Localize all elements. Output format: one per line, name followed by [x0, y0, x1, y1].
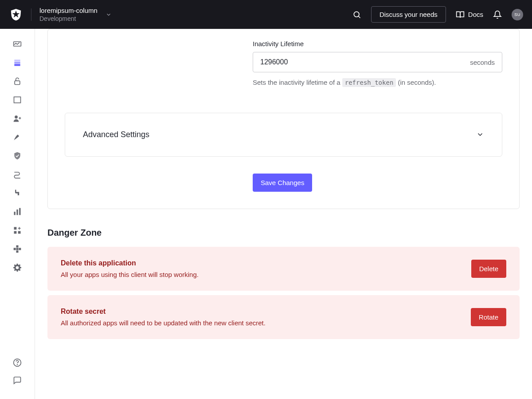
- tenant-switcher[interactable]: loremipsum-column Development: [39, 7, 352, 22]
- svg-point-0: [354, 12, 359, 17]
- docs-label: Docs: [468, 11, 483, 18]
- nav-monitoring[interactable]: [8, 205, 26, 219]
- chevron-down-icon: [106, 12, 112, 18]
- inactivity-help: Sets the inactivity lifetime of a refres…: [253, 78, 502, 88]
- svg-point-31: [17, 364, 18, 365]
- advanced-label: Advanced Settings: [83, 130, 149, 139]
- nav-authentication[interactable]: [8, 74, 26, 88]
- inactivity-label: Inactivity Lifetime: [253, 40, 502, 47]
- nav-feedback[interactable]: [8, 373, 26, 387]
- save-button[interactable]: Save Changes: [253, 174, 312, 192]
- nav-branding[interactable]: [8, 130, 26, 144]
- docs-link[interactable]: Docs: [456, 10, 483, 19]
- inactivity-input-wrap[interactable]: seconds: [253, 52, 502, 72]
- sidebar-nav: [0, 29, 35, 399]
- settings-card: Inactivity Lifetime seconds Sets the ina…: [47, 29, 520, 209]
- nav-applications[interactable]: [8, 55, 26, 70]
- svg-rect-25: [16, 245, 19, 248]
- svg-rect-20: [14, 227, 17, 230]
- danger-delete-title: Delete this application: [61, 259, 199, 267]
- svg-rect-21: [14, 231, 17, 234]
- inactivity-lifetime-field: Inactivity Lifetime seconds Sets the ina…: [236, 29, 519, 100]
- refresh-token-code: refresh_token: [342, 78, 396, 87]
- brand-logo: [9, 8, 23, 22]
- svg-rect-4: [14, 62, 20, 63]
- nav-pipelines[interactable]: [8, 186, 26, 200]
- svg-point-14: [15, 115, 18, 119]
- svg-rect-22: [18, 231, 21, 234]
- svg-rect-3: [14, 59, 20, 61]
- rotate-button[interactable]: Rotate: [471, 308, 506, 326]
- danger-delete-desc: All your apps using this client will sto…: [61, 271, 199, 278]
- nav-actions[interactable]: [8, 167, 26, 182]
- nav-help[interactable]: [8, 356, 26, 370]
- danger-delete-card: Delete this application All your apps us…: [47, 247, 520, 291]
- svg-rect-17: [14, 212, 16, 215]
- tenant-name: loremipsum-column: [39, 7, 98, 14]
- nav-security[interactable]: [8, 149, 26, 163]
- nav-settings[interactable]: [8, 261, 26, 275]
- danger-rotate-desc: All authorized apps will need to be upda…: [61, 319, 266, 327]
- svg-rect-18: [16, 209, 18, 215]
- svg-line-1: [359, 16, 360, 18]
- advanced-settings-toggle[interactable]: Advanced Settings: [65, 113, 502, 157]
- inactivity-input[interactable]: [260, 58, 470, 66]
- svg-rect-6: [15, 81, 20, 84]
- nav-activity[interactable]: [8, 37, 26, 51]
- nav-users[interactable]: [8, 111, 26, 126]
- nav-marketplace[interactable]: [8, 223, 26, 237]
- discuss-button[interactable]: Discuss your needs: [371, 6, 446, 23]
- nav-organizations[interactable]: [8, 93, 26, 107]
- svg-rect-26: [16, 250, 19, 253]
- svg-rect-27: [14, 248, 16, 250]
- search-button[interactable]: [352, 10, 361, 19]
- notifications-button[interactable]: [493, 10, 502, 19]
- main-content: Inactivity Lifetime seconds Sets the ina…: [35, 29, 532, 399]
- tenant-env: Development: [39, 15, 98, 22]
- nav-extensions[interactable]: [8, 242, 26, 256]
- danger-zone-heading: Danger Zone: [47, 228, 520, 238]
- chevron-down-icon: [476, 130, 484, 138]
- svg-rect-7: [14, 97, 21, 103]
- danger-rotate-card: Rotate secret All authorized apps will n…: [47, 295, 520, 339]
- svg-rect-29: [16, 248, 19, 250]
- inactivity-unit: seconds: [470, 59, 495, 66]
- svg-rect-19: [19, 208, 20, 215]
- top-header: loremipsum-column Development Discuss yo…: [0, 0, 532, 29]
- user-avatar[interactable]: SU: [512, 9, 523, 20]
- delete-button[interactable]: Delete: [471, 260, 506, 278]
- header-divider: [31, 8, 31, 21]
- svg-rect-28: [19, 248, 21, 250]
- svg-rect-5: [14, 64, 20, 66]
- danger-rotate-title: Rotate secret: [61, 308, 266, 316]
